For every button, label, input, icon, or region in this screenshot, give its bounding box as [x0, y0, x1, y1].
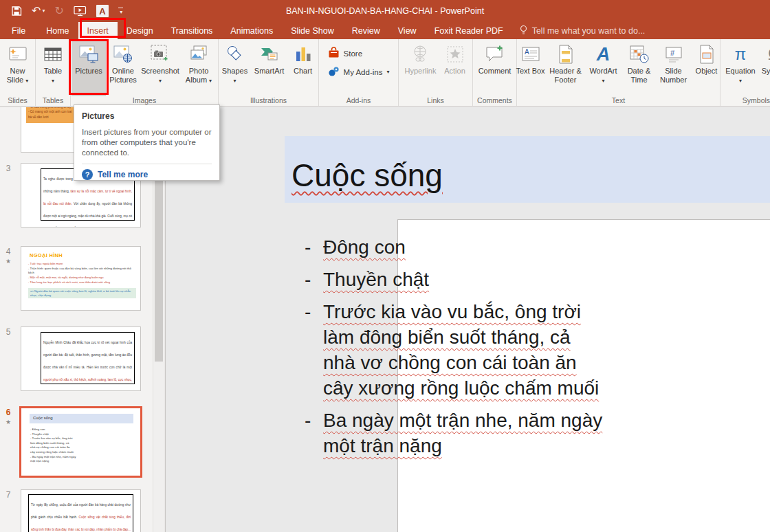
tab-slideshow[interactable]: Slide Show: [282, 22, 343, 39]
group-images: Pictures Online Pictures Screenshot▾ Pho…: [71, 39, 219, 106]
wordart-caret-icon: ▾: [602, 78, 604, 84]
group-comments: Comment Comments: [473, 39, 517, 106]
group-label-links: Links: [399, 96, 472, 104]
store-button[interactable]: Store: [328, 47, 390, 60]
group-tables: Table▾ Tables: [36, 39, 71, 106]
quick-access-toolbar: ↶▾ ↻ A ▾: [0, 5, 123, 17]
text-line: nhà vợ chồng con cái toàn ăn: [30, 445, 138, 450]
shapes-caret-icon: ▾: [233, 78, 236, 84]
text-line: nhà vơ chồng con cái toàn ăn: [323, 350, 635, 375]
text-box-button[interactable]: A Text Box: [515, 41, 547, 96]
slide-body-textbox[interactable]: - Đông con - Thuyền chật - Trước kia vào…: [305, 234, 635, 465]
thumb6-bullets: - Đông con- Thuyền chật- Trước kia vào v…: [30, 428, 138, 464]
help-circle-icon: ?: [82, 169, 93, 180]
object-button[interactable]: Object: [691, 41, 723, 96]
ribbon: New Slide ▾ Slides Table▾ Tables Picture…: [0, 39, 770, 107]
new-slide-button[interactable]: New Slide ▾: [1, 41, 34, 96]
svg-text:A: A: [525, 48, 529, 56]
new-slide-caret-icon: ▾: [25, 78, 28, 84]
date-time-button[interactable]: Date & Time: [622, 41, 657, 96]
tab-animations[interactable]: Animations: [221, 22, 282, 39]
undo-button[interactable]: ↶▾: [32, 5, 45, 16]
animation-star-icon-4: ★: [1, 258, 15, 265]
tab-insert[interactable]: Insert: [78, 22, 118, 39]
equation-caret-icon: ▾: [739, 78, 742, 84]
slide-number-3: 3: [1, 164, 15, 173]
text-segment: Với chân dung ấy, người đàn bà không đượ…: [43, 202, 132, 228]
group-text: A Text Box Header & Footer A WordArt▾ Da…: [517, 39, 720, 106]
text-segment: Nguyễn Minh Châu đã khắc họa cực kì rõ n…: [43, 341, 132, 369]
group-label-text: Text: [517, 96, 720, 104]
hyperlink-button: Hyperlink: [402, 41, 440, 96]
group-label-illustrations: Illustrations: [219, 96, 318, 104]
screenshot-button[interactable]: Screenshot▾: [140, 41, 180, 96]
text-line: - Thân hình: quen thuộc của đàn bà vùng …: [28, 267, 136, 274]
slide-number-button[interactable]: # Slide Number: [657, 41, 691, 96]
text-line: cây xương rồng luộc chấm muối: [323, 375, 635, 401]
thumb7-textbox: Từ ngày lấy chồng, cuộc đời của người đà…: [28, 494, 133, 532]
my-addins-icon: [328, 65, 340, 78]
svg-text:#: #: [670, 49, 675, 57]
equation-button[interactable]: π Equation▾: [723, 41, 758, 96]
shapes-icon: [224, 44, 246, 65]
slide-bullet-1: - Đông con: [305, 234, 635, 260]
undo-caret-icon[interactable]: ▾: [42, 8, 45, 14]
wordart-button[interactable]: A WordArt▾: [585, 41, 622, 96]
comment-button[interactable]: Comment: [474, 41, 516, 96]
font-a-icon[interactable]: A: [96, 5, 109, 17]
bullet-dash: -: [305, 408, 311, 433]
tab-home[interactable]: Home: [37, 22, 78, 39]
photo-album-button[interactable]: Photo Album ▾: [180, 41, 217, 96]
tab-transitions[interactable]: Transitions: [162, 22, 222, 39]
table-caret-icon: ▾: [52, 78, 54, 84]
group-label-slides: Slides: [0, 96, 35, 104]
thumb4-bullets: - Tuổi: trạc ngoài bốn mươi- Thân hình: …: [28, 262, 136, 285]
smartart-button[interactable]: SmartArt: [251, 41, 288, 96]
shapes-button[interactable]: Shapes▾: [219, 41, 251, 96]
pictures-tooltip: Pictures Insert pictures from your compu…: [74, 104, 220, 181]
tab-file[interactable]: File: [0, 22, 37, 39]
store-icon: [328, 47, 340, 60]
text-line: - Ba ngày một trận nhẹ, năm ngày: [30, 455, 138, 460]
object-icon: [696, 44, 718, 65]
tell-me-box[interactable]: Tell me what you want to do...: [512, 22, 652, 39]
online-pictures-button[interactable]: Online Pictures: [106, 41, 140, 96]
action-icon: [444, 44, 466, 65]
symbol-button[interactable]: Ω Symbol: [758, 41, 770, 96]
text-line: - Thuyền chật: [30, 432, 138, 437]
customize-qat-icon[interactable]: ▾: [118, 8, 123, 15]
tell-me-more-link[interactable]: Tell me more: [98, 170, 148, 179]
tab-design[interactable]: Design: [118, 22, 162, 39]
photo-album-caret-icon: ▾: [209, 78, 212, 84]
equation-icon: π: [729, 44, 751, 65]
start-slideshow-icon[interactable]: [74, 5, 87, 16]
text-line: - Đông con: [30, 428, 138, 432]
tab-foxit-reader-pdf[interactable]: Foxit Reader PDF: [426, 22, 512, 39]
group-label-images: Images: [71, 96, 218, 104]
thumbnail-slide-6-selected[interactable]: Cuộc sống - Đông con- Thuyền chật- Trước…: [21, 408, 141, 476]
header-footer-icon: [555, 44, 577, 65]
tab-view[interactable]: View: [389, 22, 426, 39]
my-addins-button[interactable]: My Add-ins ▾: [328, 65, 390, 78]
group-addins: Store My Add-ins ▾ Add-ins: [319, 39, 399, 106]
slide-bullet-2: - Thuyền chật: [305, 267, 635, 292]
thumbnail-slide-7[interactable]: Từ ngày lấy chồng, cuộc đời của người đà…: [21, 489, 141, 532]
date-time-icon: [628, 44, 650, 65]
text-line: làm đông biển suốt tháng, cả: [323, 324, 635, 350]
slide-number-4: 4: [1, 247, 15, 256]
slide-title[interactable]: Cuộc sống: [292, 157, 443, 194]
text-line: cây xương rồng luộc chấm muối: [30, 450, 138, 455]
thumbnail-slide-4[interactable]: NGOẠI HÌNH - Tuổi: trạc ngoài bốn mươi- …: [21, 246, 141, 311]
table-button[interactable]: Table▾: [37, 41, 69, 96]
group-label-tables: Tables: [36, 96, 70, 104]
chart-button[interactable]: Chart: [288, 41, 318, 96]
thumbnail-slide-5[interactable]: Nguyễn Minh Châu đã khắc họa cực kì rõ n…: [21, 326, 141, 391]
text-line: làm đông biển suốt tháng, cả: [30, 441, 138, 446]
group-illustrations: Shapes▾ SmartArt Chart Illustrations: [219, 39, 319, 106]
tab-review[interactable]: Review: [343, 22, 389, 39]
text-line: Ba ngày một trận nhe, năm ngày: [323, 408, 635, 433]
header-footer-button[interactable]: Header & Footer: [547, 41, 585, 96]
pictures-button[interactable]: Pictures: [72, 41, 106, 96]
action-button: Action: [440, 41, 470, 96]
save-icon[interactable]: [11, 5, 22, 16]
